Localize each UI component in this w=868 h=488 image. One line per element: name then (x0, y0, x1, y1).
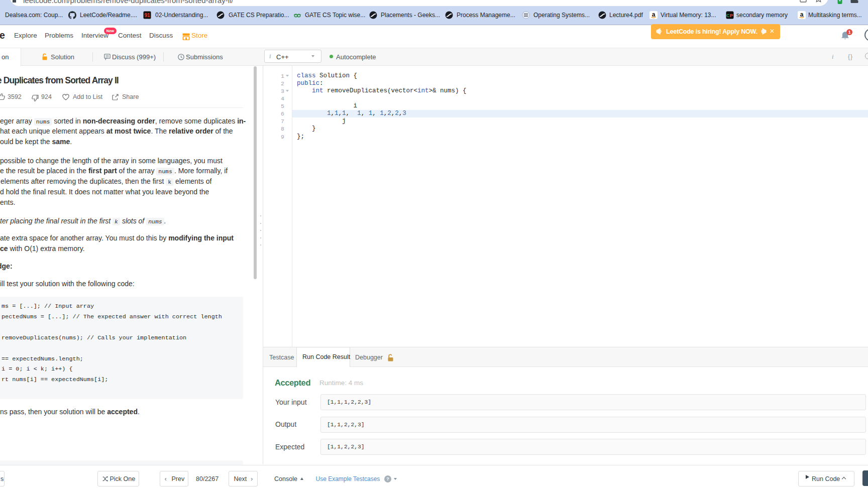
svg-text:P: P (730, 13, 733, 18)
svg-text:C: C (726, 13, 730, 18)
svg-text:a: a (652, 11, 656, 18)
svg-text:91: 91 (144, 13, 150, 18)
svg-text:a: a (800, 11, 804, 18)
